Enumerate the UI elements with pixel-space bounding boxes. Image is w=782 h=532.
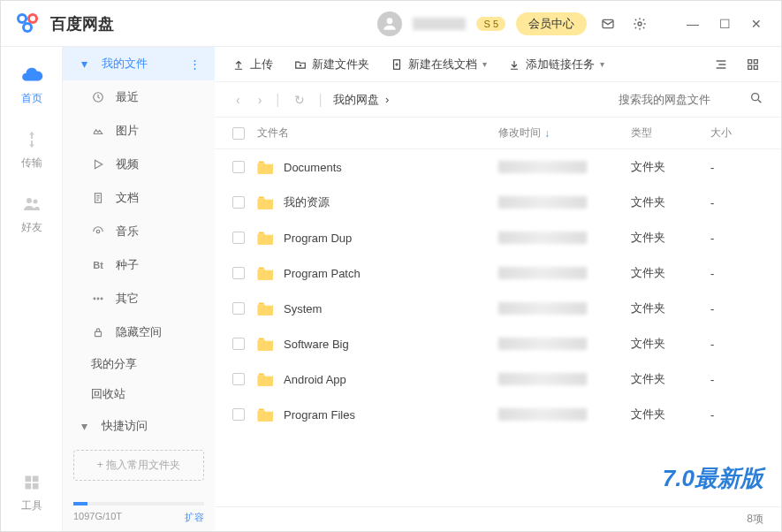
nav-tools[interactable]: 工具: [19, 470, 44, 513]
logo-icon: [15, 11, 43, 36]
close-button[interactable]: ✕: [746, 13, 767, 34]
more-icon[interactable]: ⋮: [189, 57, 201, 71]
expand-storage-link[interactable]: 扩容: [185, 511, 204, 524]
file-row[interactable]: Program Dup 文件夹 -: [215, 220, 781, 255]
navbar: ‹ › | ↻ | 我的网盘 ›: [215, 82, 781, 118]
row-checkbox[interactable]: [232, 408, 245, 421]
table-header: 文件名 修改时间↓ 类型 大小: [215, 118, 781, 149]
sidebar-quick-access[interactable]: ▾ 快捷访问: [63, 409, 215, 443]
watermark: 7.0最新版: [663, 463, 763, 494]
file-row[interactable]: Program Files 文件夹 -: [215, 397, 781, 432]
folder-icon: [257, 337, 275, 351]
upload-button[interactable]: 上传: [232, 57, 273, 72]
caret-down-icon: ▾: [600, 59, 604, 69]
row-checkbox[interactable]: [232, 232, 245, 244]
sidebar-hidden[interactable]: 隐藏空间: [63, 315, 215, 349]
play-icon: [91, 158, 105, 171]
svg-rect-24: [754, 59, 757, 63]
svg-rect-12: [32, 476, 38, 483]
file-row[interactable]: System 文件夹 -: [215, 291, 781, 326]
file-time-blurred: [498, 196, 587, 209]
nav-forward-button[interactable]: ›: [254, 93, 266, 107]
sidebar-bt[interactable]: Bt 种子: [63, 248, 215, 282]
row-checkbox[interactable]: [232, 338, 245, 350]
caret-down-icon: ▾: [482, 59, 487, 69]
chevron-down-icon: ▾: [77, 57, 91, 71]
file-row[interactable]: Android App 文件夹 -: [215, 361, 781, 397]
column-type[interactable]: 类型: [631, 125, 710, 141]
file-row[interactable]: Documents 文件夹 -: [215, 149, 781, 185]
svg-rect-21: [95, 331, 102, 336]
sidebar-recycle[interactable]: 回收站: [63, 379, 215, 409]
file-name: System: [284, 302, 322, 315]
new-folder-button[interactable]: 新建文件夹: [294, 57, 369, 72]
file-size: -: [710, 232, 763, 245]
nav-friends[interactable]: 好友: [19, 192, 44, 235]
column-time[interactable]: 修改时间↓: [498, 125, 631, 141]
clock-icon: [91, 91, 105, 103]
file-name: Software Big: [284, 338, 349, 351]
file-size: -: [710, 161, 763, 174]
sidebar-docs[interactable]: 文档: [63, 181, 215, 215]
svg-point-8: [638, 22, 642, 26]
nav-home[interactable]: 首页: [19, 63, 44, 106]
svg-point-4: [30, 16, 35, 21]
svg-point-10: [33, 200, 37, 204]
grid-view-button[interactable]: [742, 54, 763, 75]
doc-plus-icon: [391, 58, 403, 71]
nav-refresh-button[interactable]: ↻: [291, 93, 308, 107]
nav-back-button[interactable]: ‹: [232, 93, 244, 107]
file-time-blurred: [498, 302, 587, 315]
sidebar-video[interactable]: 视频: [63, 148, 215, 181]
row-checkbox[interactable]: [232, 302, 245, 315]
maximize-button[interactable]: ☐: [714, 13, 735, 34]
sidebar-myfiles[interactable]: ▾ 我的文件 ⋮: [63, 47, 215, 80]
file-type: 文件夹: [631, 265, 710, 281]
statusbar: 8项: [215, 506, 781, 531]
row-checkbox[interactable]: [232, 267, 245, 279]
file-size: -: [710, 408, 763, 422]
row-checkbox[interactable]: [232, 161, 245, 173]
file-type: 文件夹: [631, 336, 710, 352]
sidebar-music[interactable]: 音乐: [63, 215, 215, 248]
select-all-checkbox[interactable]: [232, 127, 245, 140]
download-icon: [508, 58, 520, 71]
settings-icon[interactable]: [629, 13, 650, 34]
search-input[interactable]: [619, 93, 742, 106]
column-size[interactable]: 大小: [710, 125, 763, 141]
chevron-down-icon: ▾: [77, 419, 91, 433]
nav-transfer[interactable]: 传输: [19, 127, 44, 171]
toolbar: 上传 新建文件夹 新建在线文档 ▾ 添加链接任务 ▾: [215, 47, 781, 82]
member-center-button[interactable]: 会员中心: [516, 12, 587, 35]
search-icon[interactable]: [749, 91, 763, 109]
svg-rect-26: [754, 65, 757, 69]
column-name[interactable]: 文件名: [257, 125, 498, 141]
file-type: 文件夹: [631, 371, 710, 387]
file-time-blurred: [498, 267, 587, 279]
row-checkbox[interactable]: [232, 196, 245, 209]
file-row[interactable]: Program Patch 文件夹 -: [215, 255, 781, 291]
sidebar-myshare[interactable]: 我的分享: [63, 349, 215, 379]
sidebar-other[interactable]: 其它: [63, 282, 215, 315]
mail-icon[interactable]: [597, 13, 619, 34]
quick-add-folder[interactable]: + 拖入常用文件夹: [73, 450, 204, 481]
minimize-button[interactable]: —: [682, 13, 703, 34]
row-checkbox[interactable]: [232, 373, 245, 385]
file-row[interactable]: Software Big 文件夹 -: [215, 326, 781, 361]
user-avatar[interactable]: [377, 11, 402, 36]
svg-point-9: [27, 198, 32, 203]
folder-icon: [257, 372, 275, 386]
breadcrumb[interactable]: 我的网盘 ›: [333, 92, 390, 108]
sort-button[interactable]: [710, 54, 732, 75]
add-link-task-button[interactable]: 添加链接任务 ▾: [508, 57, 604, 72]
file-row[interactable]: 我的资源 文件夹 -: [215, 185, 781, 220]
svg-rect-23: [748, 59, 752, 63]
left-nav: 首页 传输 好友 工具: [1, 47, 63, 531]
svg-point-27: [752, 93, 759, 100]
sidebar-images[interactable]: 图片: [63, 114, 215, 148]
username-blurred: [413, 18, 466, 30]
new-online-doc-button[interactable]: 新建在线文档 ▾: [391, 57, 487, 72]
vip-badge[interactable]: S 5: [476, 17, 505, 31]
file-type: 文件夹: [631, 194, 710, 210]
sidebar-recent[interactable]: 最近: [63, 80, 215, 114]
